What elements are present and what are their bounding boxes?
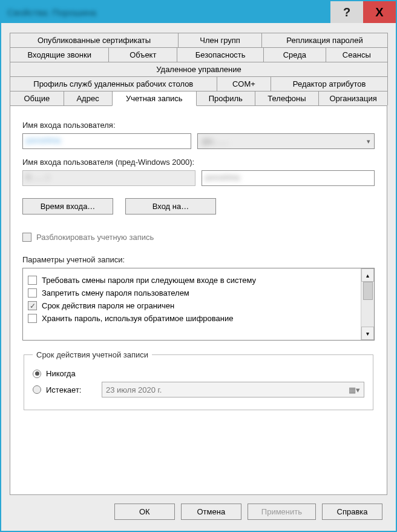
radio-icon	[33, 370, 41, 378]
tab-security[interactable]: Безопасность	[177, 47, 264, 62]
tab-organization[interactable]: Организация	[318, 91, 388, 105]
client-area: Опубликованные сертификаты Член групп Ре…	[1, 23, 396, 531]
cancel-button[interactable]: Отмена	[181, 504, 241, 520]
account-expiry-legend: Срок действия учетной записи	[33, 350, 152, 359]
logon-to-button[interactable]: Вход на…	[125, 198, 216, 214]
prewin-name-value: poroshina	[205, 173, 240, 182]
tab-com-plus[interactable]: COM+	[217, 76, 272, 91]
tab-profile[interactable]: Профиль	[196, 91, 255, 105]
logon-name-value: poroshina	[26, 136, 61, 145]
unlock-account-checkbox[interactable]: Разблокировать учетную запись	[22, 233, 375, 242]
checkbox-icon	[28, 314, 37, 323]
account-options-listbox: Требовать смены пароля при следующем вхо…	[22, 268, 375, 341]
checkbox-icon	[28, 276, 37, 285]
expiry-date-picker[interactable]: 23 июля 2020 г. ▦▾	[102, 382, 364, 397]
window-title: Свойства: Порошина	[7, 7, 96, 18]
tab-attribute-editor[interactable]: Редактор атрибутов	[271, 76, 388, 91]
radio-icon	[33, 385, 41, 394]
close-button[interactable]: X	[363, 1, 396, 23]
scroll-up-icon[interactable]: ▴	[361, 268, 374, 282]
titlebar[interactable]: Свойства: Порошина ? X	[1, 1, 396, 23]
tab-remote-control[interactable]: Удаленное управление	[10, 62, 388, 76]
dialog-button-row: ОК Отмена Применить Справка	[10, 495, 387, 522]
tab-member-of[interactable]: Член групп	[178, 33, 262, 47]
logon-hours-button[interactable]: Время входа…	[22, 198, 113, 214]
account-tab-page: Имя входа пользователя: poroshina @k…… ▾…	[10, 105, 387, 495]
tab-published-certs[interactable]: Опубликованные сертификаты	[10, 33, 179, 47]
tab-address[interactable]: Адрес	[64, 91, 113, 105]
checkbox-icon	[28, 288, 37, 298]
upn-suffix-combo[interactable]: @k…… ▾	[197, 133, 375, 149]
chevron-down-icon: ▾	[367, 138, 370, 145]
logon-name-label: Имя входа пользователя:	[22, 121, 375, 130]
help-button[interactable]: Справка	[322, 504, 382, 520]
prewin-domain-value: K……\	[26, 173, 49, 182]
calendar-icon: ▦▾	[349, 385, 360, 394]
unlock-account-label: Разблокировать учетную запись	[36, 233, 154, 242]
upn-suffix-value: @k……	[202, 137, 229, 146]
tabstrip: Опубликованные сертификаты Член групп Ре…	[10, 33, 387, 105]
checkbox-icon	[22, 233, 31, 242]
prewin-label: Имя входа пользователя (пред-Windows 200…	[22, 158, 375, 167]
scroll-down-icon[interactable]: ▾	[361, 327, 374, 340]
ok-button[interactable]: ОК	[114, 504, 175, 520]
opt-require-password-change[interactable]: Требовать смены пароля при следующем вхо…	[28, 276, 356, 285]
tab-account[interactable]: Учетная запись	[112, 91, 197, 106]
account-expiry-group: Срок действия учетной записи Никогда Ист…	[24, 350, 373, 410]
tab-password-replication[interactable]: Репликация паролей	[261, 33, 388, 47]
scroll-thumb[interactable]	[363, 282, 373, 300]
opt-reversible-encryption[interactable]: Хранить пароль, используя обратимое шифр…	[28, 314, 356, 323]
options-scrollbar[interactable]: ▴ ▾	[361, 268, 374, 340]
tab-environment[interactable]: Среда	[263, 47, 326, 62]
tab-sessions[interactable]: Сеансы	[326, 47, 388, 62]
properties-window: Свойства: Порошина ? X Опубликованные се…	[0, 0, 397, 532]
apply-button[interactable]: Применить	[248, 504, 316, 520]
expiry-never-radio[interactable]: Никогда	[33, 369, 364, 378]
checkbox-icon	[28, 301, 37, 310]
help-button[interactable]: ?	[330, 1, 363, 23]
titlebar-controls: ? X	[330, 1, 396, 23]
tab-object[interactable]: Объект	[108, 47, 177, 62]
tab-rds-profile[interactable]: Профиль служб удаленных рабочих столов	[10, 76, 217, 91]
opt-cannot-change-password[interactable]: Запретить смену пароля пользователем	[28, 288, 356, 298]
expiry-date-value: 23 июля 2020 г.	[106, 385, 162, 394]
tab-general[interactable]: Общие	[10, 91, 64, 105]
tab-dial-in[interactable]: Входящие звонки	[10, 47, 109, 62]
account-options-label: Параметры учетной записи:	[22, 255, 375, 264]
tab-telephones[interactable]: Телефоны	[255, 91, 319, 105]
opt-password-never-expires[interactable]: Срок действия пароля не ограничен	[28, 301, 356, 310]
expiry-end-of-radio[interactable]: Истекает: 23 июля 2020 г. ▦▾	[33, 382, 364, 397]
